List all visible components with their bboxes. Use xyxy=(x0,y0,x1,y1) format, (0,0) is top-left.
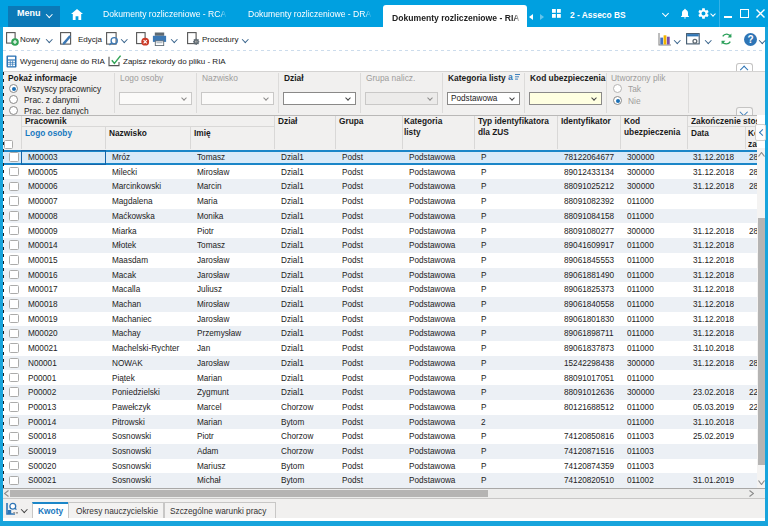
svg-text:?: ? xyxy=(747,34,753,45)
svg-text:a: a xyxy=(508,72,513,81)
